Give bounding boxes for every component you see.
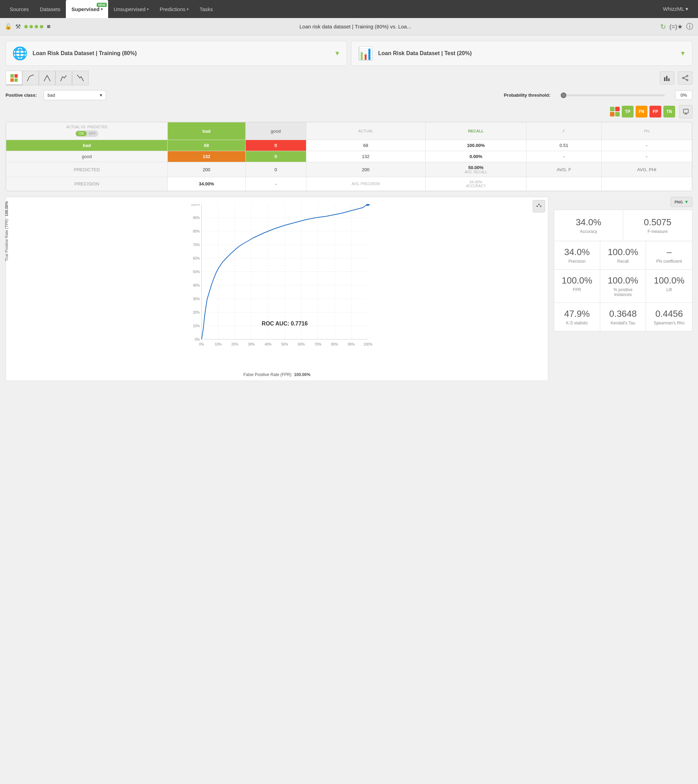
- dataset-test-title: Loan Risk Data Dataset | Test (20%): [378, 50, 472, 56]
- nav-brand-label: WhizzML ▾: [663, 6, 688, 12]
- legend-grid-tr: [615, 107, 620, 111]
- legend-export-btn[interactable]: [679, 105, 693, 118]
- nav-tasks[interactable]: Tasks: [194, 0, 218, 18]
- metric-recall-value: 100.0%: [604, 247, 642, 257]
- tp-button[interactable]: TP: [622, 106, 634, 117]
- svg-text:100%: 100%: [364, 343, 372, 346]
- nav-predictions[interactable]: Predictions ▾: [154, 0, 194, 18]
- legend-all-icon[interactable]: [610, 107, 620, 117]
- nav-unsupervised-label: Unsupervised: [114, 6, 146, 12]
- dot-3: [35, 25, 38, 28]
- info-icon[interactable]: ⓘ: [686, 22, 693, 31]
- svg-text:30%: 30%: [193, 297, 200, 301]
- matrix-predicted-label: PREDICTED: [6, 162, 168, 177]
- matrix-accuracy: 34.00%: [430, 180, 522, 184]
- svg-text:40%: 40%: [193, 283, 200, 287]
- nav-datasets[interactable]: Datasets: [34, 0, 66, 18]
- matrix-fn: 0: [245, 140, 306, 151]
- svg-line-11: [684, 78, 686, 80]
- toggle-switch[interactable]: ON OFF: [75, 130, 99, 137]
- fp-button[interactable]: FP: [649, 106, 661, 117]
- nav-supervised-badge: NEW: [97, 3, 107, 7]
- metrics-export-row: PNG ▼: [554, 197, 693, 207]
- toggle-off: OFF: [87, 131, 98, 136]
- threshold-value[interactable]: 0%: [675, 91, 693, 100]
- toolbar-dots: [24, 25, 43, 28]
- nav-sources[interactable]: Sources: [4, 0, 34, 18]
- tn-button[interactable]: TN: [663, 106, 675, 117]
- matrix-row-bad-label: bad: [6, 140, 168, 151]
- matrix-tn: 0: [245, 151, 306, 162]
- metrics-grid-top: 34.0% Accuracy 0.5075 F-measure: [554, 210, 693, 241]
- positive-class-select[interactable]: bad ▾: [44, 90, 106, 100]
- svg-point-8: [682, 77, 684, 79]
- dataset-training-arrow[interactable]: ▼: [334, 50, 340, 57]
- matrix-header-label: ACTUAL VS. PREDICTED ON OFF: [6, 122, 168, 140]
- toolbar-title: Loan risk data dataset | Training (80%) …: [54, 23, 657, 30]
- matrix-bad-actual: 68: [306, 140, 425, 151]
- nav-supervised-arrow: ▾: [101, 7, 102, 11]
- tab-ks[interactable]: [72, 71, 89, 85]
- metric-kendall: 0.3648 Kendall's Tau: [600, 303, 646, 331]
- toggle-on: ON: [76, 131, 87, 136]
- svg-text:50%: 50%: [193, 270, 200, 274]
- chart-tab-right: [660, 71, 693, 84]
- chart-tabs: [5, 71, 693, 85]
- matrix-avgphi-label[interactable]: AVG. Phi: [601, 162, 692, 177]
- metrics-export-btn[interactable]: PNG ▼: [671, 197, 693, 207]
- metric-precision-value: 34.0%: [558, 247, 596, 257]
- main-content: 🌐 Loan Risk Data Dataset | Training (80%…: [0, 35, 698, 387]
- matrix-accuracy-cell: 34.00% ACCURACY: [425, 177, 527, 191]
- tab-confusion-matrix[interactable]: [5, 71, 22, 85]
- metric-fmeasure-label: F-measure: [629, 229, 686, 234]
- svg-rect-5: [666, 76, 667, 81]
- nav-unsupervised-arrow: ▾: [147, 7, 149, 11]
- svg-text:50%: 50%: [281, 343, 288, 346]
- tab-lift[interactable]: [56, 71, 72, 85]
- svg-text:0%: 0%: [199, 343, 204, 346]
- svg-rect-6: [668, 78, 670, 81]
- toolbar-grid-icon: ■: [47, 23, 51, 30]
- dataset-test-icon: 📊: [358, 46, 373, 61]
- nav-supervised[interactable]: Supervised NEW ▾: [66, 0, 108, 18]
- metric-spearman-value: 0.4456: [650, 308, 688, 319]
- svg-point-38: [366, 204, 370, 206]
- nav-unsupervised[interactable]: Unsupervised ▾: [108, 0, 154, 18]
- matrix-avg-recall-cell: 50.00% AVG. RECALL: [425, 162, 527, 177]
- bar-chart-btn[interactable]: [660, 71, 675, 84]
- dataset-card-test[interactable]: 📊 Loan Risk Data Dataset | Test (20%) ▼: [351, 41, 693, 66]
- dataset-card-training[interactable]: 🌐 Loan Risk Data Dataset | Training (80%…: [5, 41, 347, 66]
- matrix-avg-precision-label: AVG. PRECISION: [311, 182, 421, 186]
- matrix-avgf-label[interactable]: AVG. F: [527, 162, 601, 177]
- confusion-matrix-section: ACTUAL VS. PREDICTED ON OFF bad good ACT…: [5, 122, 693, 191]
- svg-text:0%: 0%: [195, 338, 200, 341]
- nav-tasks-label: Tasks: [200, 6, 213, 12]
- dataset-training-icon: 🌐: [12, 46, 28, 61]
- matrix-predicted-total: 200: [306, 162, 425, 177]
- refresh-icon[interactable]: ↻: [660, 23, 666, 31]
- metric-kendall-value: 0.3648: [604, 308, 642, 319]
- metric-lift-value: 100.0%: [650, 275, 688, 286]
- matrix-good-recall: 0.00%: [425, 151, 527, 162]
- tab-precision[interactable]: [39, 71, 56, 85]
- matrix-precision-f: [527, 177, 601, 191]
- matrix-predicted-bad: 200: [168, 162, 245, 177]
- compare-icon[interactable]: (=)★: [670, 23, 683, 31]
- metrics-panel: PNG ▼ 34.0% Accuracy 0.5075 F-measure: [554, 197, 693, 381]
- fn-button[interactable]: FN: [635, 106, 647, 117]
- svg-point-9: [686, 79, 688, 81]
- svg-rect-4: [664, 77, 665, 81]
- nav-predictions-arrow: ▾: [187, 7, 189, 11]
- dataset-test-arrow[interactable]: ▼: [680, 50, 686, 57]
- tab-roc[interactable]: [22, 71, 39, 85]
- nav-brand[interactable]: WhizzML ▾: [657, 0, 694, 18]
- share-btn[interactable]: [678, 71, 693, 84]
- threshold-slider[interactable]: [561, 94, 665, 96]
- positive-class-label: Positive class:: [5, 92, 37, 98]
- svg-text:100%: 100%: [191, 204, 200, 206]
- matrix-col-good: good: [245, 122, 306, 140]
- controls-row: Positive class: bad ▾ Probability thresh…: [5, 90, 693, 100]
- metric-kendall-label: Kendall's Tau: [604, 321, 642, 326]
- svg-rect-1: [15, 74, 18, 77]
- matrix-avg-precision-cell: AVG. PRECISION: [306, 177, 425, 191]
